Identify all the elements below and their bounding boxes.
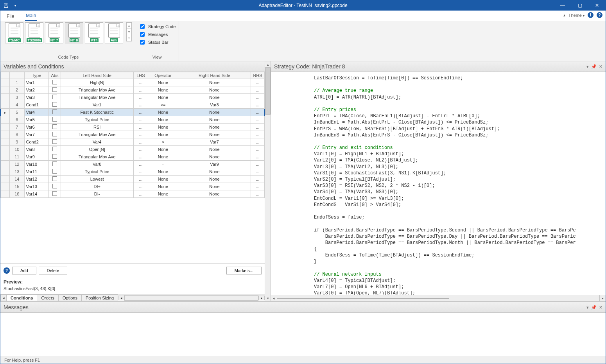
variables-pane-title: Variables and Conditions xyxy=(0,61,265,72)
messages-menu-icon[interactable]: ▾ xyxy=(586,305,589,310)
table-row[interactable]: 5Var4Fast K Stochastic...NoneNone... xyxy=(1,109,265,116)
table-row[interactable]: 7Var6RSI...NoneNone... xyxy=(1,124,265,131)
gallery-scroll-down[interactable]: ▾ xyxy=(126,29,132,35)
code-editor[interactable]: LastBarOfSession = ToTime(Time[0]) == Se… xyxy=(271,72,606,295)
pane-menu-icon[interactable]: ▾ xyxy=(586,64,589,69)
tab-scroll-left[interactable]: ◂ xyxy=(0,294,7,301)
gallery-scroll: ▴ ▾ ▿ xyxy=(126,22,132,41)
table-row[interactable]: 1Var1High[N]...NoneNone... xyxy=(1,79,265,86)
help-icon[interactable]: ? xyxy=(597,12,602,18)
table-row[interactable]: 6Var5Typical Price...NoneNone... xyxy=(1,116,265,124)
qat-dropdown-icon[interactable]: ▾ xyxy=(11,2,19,9)
table-row[interactable]: 10Var8Open[N]...NoneNone... xyxy=(1,146,265,153)
add-button[interactable]: Add xyxy=(12,267,36,274)
save-icon[interactable] xyxy=(2,2,10,9)
table-row[interactable]: 15Var13DI+...NoneNone... xyxy=(1,183,265,190)
tab-conditions[interactable]: Conditions xyxy=(6,294,37,301)
platform-ami-button[interactable]: Ami xyxy=(105,22,123,43)
check-messages[interactable]: Messages xyxy=(138,31,176,38)
help-button[interactable]: ? xyxy=(4,267,10,274)
code-hscroll[interactable]: ◂ ▸ xyxy=(271,295,606,301)
messages-pin-icon[interactable]: 📌 xyxy=(591,305,597,310)
delete-button[interactable]: Delete xyxy=(39,267,68,274)
menu-bar: File Main ▴ Theme ▾ i ? xyxy=(0,11,606,21)
check-status-bar[interactable]: Status Bar xyxy=(138,39,176,46)
code-hscroll-right[interactable]: ▸ xyxy=(599,295,606,301)
tab-position-sizing[interactable]: Position Sizing xyxy=(81,294,118,301)
table-row[interactable]: 4Cond1Var1...>=Var3... xyxy=(1,101,265,109)
strategy-code-title: Strategy Code: NinjaTrader 8 xyxy=(274,63,345,70)
platform-nt7-button[interactable]: NT 7 xyxy=(45,22,63,43)
theme-dropdown[interactable]: Theme ▾ xyxy=(568,13,584,18)
code-hscroll-thumb[interactable] xyxy=(277,298,449,299)
info-icon[interactable]: i xyxy=(588,12,593,18)
menu-main[interactable]: Main xyxy=(25,11,37,21)
title-bar: ▾ AdaptradeEditor - TestNN_saving2.gpcod… xyxy=(0,0,606,11)
ribbon-group-codetype-label: Code Type xyxy=(5,54,132,61)
table-row[interactable]: 16Var14DI-...NoneNone... xyxy=(1,190,265,198)
vscroll-thumb[interactable] xyxy=(265,68,271,115)
vscroll-up[interactable]: ▴ xyxy=(265,61,271,68)
platform-ts2000i-button[interactable]: TS2000i xyxy=(25,22,43,43)
ribbon-group-view-label: View xyxy=(138,54,176,61)
markets-button[interactable]: Markets... xyxy=(226,267,262,274)
check-strategy-code[interactable]: Strategy Code xyxy=(138,23,176,30)
preview-value: StochasticsFast(3, 43).K[0] xyxy=(4,286,262,291)
messages-close-icon[interactable]: ✕ xyxy=(599,305,602,310)
platform-nt8-button[interactable]: NT 8 xyxy=(65,22,83,43)
code-hscroll-left[interactable]: ◂ xyxy=(271,295,277,301)
platform-tsmc-button[interactable]: TS/MC xyxy=(5,22,23,43)
table-row[interactable]: 14Var12Lowest...NoneNone... xyxy=(1,176,265,183)
hscroll-track[interactable] xyxy=(124,295,258,301)
table-header-row: Type Abs Left-Hand Side LHS Operator Rig… xyxy=(1,72,265,79)
close-button[interactable]: ✕ xyxy=(588,0,606,11)
status-bar: For Help, press F1 xyxy=(0,356,606,364)
table-row[interactable]: 12Var10Var8...-Var9... xyxy=(1,161,265,168)
tab-options[interactable]: Options xyxy=(58,294,82,301)
ribbon: TS/MC TS2000i NT 7 NT 8 MT4 Ami ▴ ▾ ▿ Co… xyxy=(0,21,606,61)
table-row[interactable]: 11Var9Triangular Mov Ave...NoneNone... xyxy=(1,153,265,161)
table-row[interactable]: 13Var11Typical Price...NoneNone... xyxy=(1,168,265,176)
tab-orders[interactable]: Orders xyxy=(37,294,59,301)
preview-section: Preview: StochasticsFast(3, 43).K[0] xyxy=(0,278,265,294)
status-text: For Help, press F1 xyxy=(4,358,40,362)
maximize-button[interactable]: ▢ xyxy=(571,0,588,11)
strategy-code-pane: Strategy Code: NinjaTrader 8 ▾ 📌 ✕ LastB… xyxy=(271,61,606,301)
minimize-button[interactable]: ― xyxy=(554,0,571,11)
variables-button-row: ? Add Delete Markets... xyxy=(0,264,265,278)
quick-access-toolbar: ▾ xyxy=(0,2,19,9)
collapse-ribbon-icon[interactable]: ▴ xyxy=(563,13,565,17)
platform-mt4-button[interactable]: MT4 xyxy=(85,22,103,43)
messages-pane: Messages ▾ 📌 ✕ xyxy=(0,301,606,356)
vscroll-down[interactable]: ▾ xyxy=(265,295,271,301)
menu-file[interactable]: File xyxy=(6,12,15,21)
table-row[interactable]: 2Var2Triangular Mov Ave...NoneNone... xyxy=(1,86,265,94)
preview-label: Preview: xyxy=(4,279,262,285)
left-pane-vscroll[interactable]: ▴ ▾ xyxy=(265,61,271,301)
table-row[interactable]: 9Cond2Var4...>Var7... xyxy=(1,138,265,146)
hscroll-left[interactable]: ◂ xyxy=(118,296,124,300)
pane-close-icon[interactable]: ✕ xyxy=(599,64,602,69)
gallery-scroll-up[interactable]: ▴ xyxy=(126,22,132,29)
left-pane-tabs: ◂ Conditions Orders Options Position Siz… xyxy=(0,294,265,301)
messages-body[interactable] xyxy=(0,313,606,356)
messages-title: Messages xyxy=(4,304,29,310)
table-row[interactable]: 8Var7Triangular Mov Ave...NoneNone... xyxy=(1,131,265,138)
window-controls: ― ▢ ✕ xyxy=(554,0,606,11)
hscroll-right[interactable]: ▸ xyxy=(258,296,265,300)
table-row[interactable]: 3Var3Triangular Mov Ave...NoneNone... xyxy=(1,94,265,101)
variables-table[interactable]: Type Abs Left-Hand Side LHS Operator Rig… xyxy=(0,72,265,198)
gallery-expand[interactable]: ▿ xyxy=(126,35,132,41)
svg-rect-1 xyxy=(5,6,7,7)
pin-icon[interactable]: 📌 xyxy=(591,64,597,69)
variables-pane: Variables and Conditions Type Abs Left-H… xyxy=(0,61,265,301)
window-title: AdaptradeEditor - TestNN_saving2.gpcode xyxy=(258,3,347,8)
